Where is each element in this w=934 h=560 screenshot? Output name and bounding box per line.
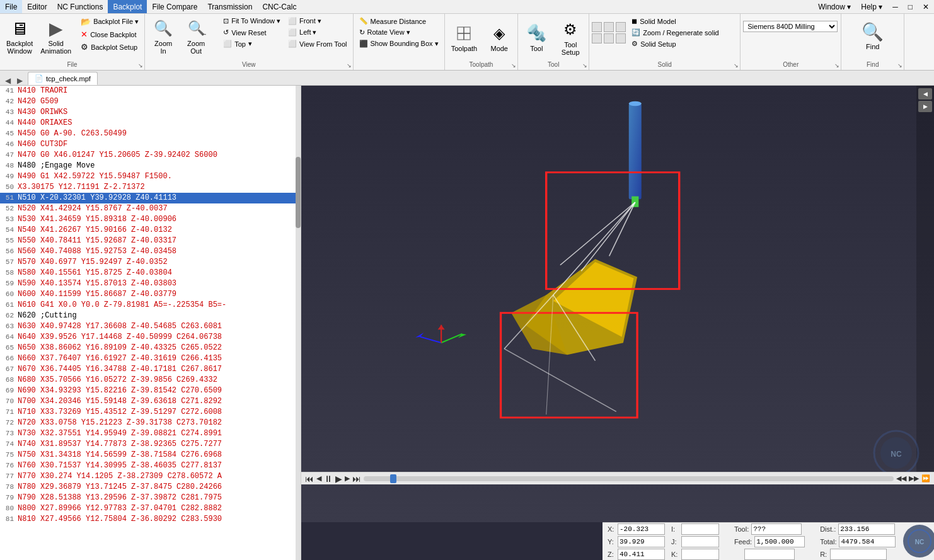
code-line-49[interactable]: 49N490 G1 X42.59722 Y15.59487 F1500.	[0, 171, 301, 182]
code-line-52[interactable]: 52N520 X41.42924 Y15.8767 Z-40.0037	[0, 203, 301, 214]
code-line-47[interactable]: 47N470 G0 X46.01247 Y15.20605 Z-39.92402…	[0, 150, 301, 161]
code-line-57[interactable]: 57N570 X40.6977 Y15.92497 Z-40.0352	[0, 257, 301, 268]
menu-item-window[interactable]: Window ▾	[813, 1, 856, 13]
backplot-window-button[interactable]: 🖥 BackplotWindow	[3, 16, 37, 57]
z-value[interactable]	[618, 549, 665, 560]
j-value[interactable]	[681, 536, 719, 547]
view-from-tool-button[interactable]: ⬜ View From Tool	[285, 38, 350, 49]
code-line-54[interactable]: 54N540 X41.26267 Y15.90166 Z-40.0132	[0, 225, 301, 236]
code-line-77[interactable]: 77N770 X30.274 Y14.1205 Z-38.27309 C278.…	[0, 471, 301, 482]
code-line-68[interactable]: 68N680 X35.70566 Y16.05272 Z-39.9856 C26…	[0, 375, 301, 386]
zoom-out-button[interactable]: 🔍- ZoomOut	[180, 16, 212, 57]
menu-item-file-compare[interactable]: File Compare	[147, 0, 202, 13]
rotate-view-button[interactable]: ↻ Rotate View ▾	[356, 27, 413, 38]
code-line-51[interactable]: 51N510 X-20.32301 Y39.92928 Z40.41113	[0, 193, 301, 203]
toolpath-button[interactable]: Toolpath	[447, 21, 481, 55]
code-line-79[interactable]: 79N790 X28.51388 Y13.29596 Z-37.39872 C2…	[0, 493, 301, 503]
code-line-63[interactable]: 63N630 X40.97428 Y17.36608 Z-40.54685 C2…	[0, 321, 301, 332]
code-line-76[interactable]: 76N760 X30.71537 Y14.30995 Z-38.46035 C2…	[0, 460, 301, 471]
left-button[interactable]: ⬜ Left ▾	[285, 27, 350, 38]
player-speed-btn[interactable]: ⏩	[921, 474, 930, 483]
solid-model-button[interactable]: ◼ Solid Model	[628, 16, 722, 26]
code-line-81[interactable]: 81N810 X27.49566 Y12.75804 Z-36.80292 C2…	[0, 514, 301, 525]
code-line-75[interactable]: 75N750 X31.34318 Y14.56599 Z-38.71584 C2…	[0, 450, 301, 460]
player-play[interactable]: ▶	[335, 474, 342, 484]
solid-btn-2[interactable]	[604, 22, 614, 32]
zoom-in-button[interactable]: 🔍 ZoomIn	[147, 16, 179, 57]
fit-to-window-button[interactable]: ⊡ Fit To Window ▾	[220, 16, 284, 26]
code-line-73[interactable]: 73N730 X32.37551 Y14.95949 Z-39.08821 C2…	[0, 428, 301, 439]
code-line-46[interactable]: 46N460 CUT3DF	[0, 139, 301, 150]
code-line-56[interactable]: 56N560 X40.74088 Y15.92753 Z-40.03458	[0, 246, 301, 257]
player-next[interactable]: ▶	[345, 474, 350, 483]
menu-item-maximize[interactable]: □	[903, 1, 918, 13]
menu-item-file[interactable]: File	[0, 0, 22, 13]
progress-thumb[interactable]	[390, 474, 396, 483]
menu-item-nc-functions[interactable]: NC Functions	[52, 0, 108, 13]
scrollbar-thumb[interactable]	[296, 157, 301, 228]
code-line-72[interactable]: 72N720 X33.0758 Y15.21223 Z-39.31738 C27…	[0, 418, 301, 428]
dist-value[interactable]	[838, 523, 895, 535]
code-line-69[interactable]: 69N690 X34.93293 Y15.82216 Z-39.81542 C2…	[0, 386, 301, 396]
solid-btn-1[interactable]	[592, 22, 602, 32]
code-line-62[interactable]: 62N620 ;Cutting	[0, 311, 301, 321]
player-step-fwd-btn[interactable]: ▶▶	[909, 474, 919, 483]
solid-setup-button[interactable]: ⚙ Solid Setup	[628, 38, 722, 49]
file-tab[interactable]: 📄 tcp_check.mpf	[28, 72, 98, 85]
tool-button[interactable]: 🔩 Tool	[521, 21, 552, 55]
k-value[interactable]	[681, 549, 719, 560]
code-area[interactable]: 41N410 TRAORI42N420 G50943N430 ORIWKS44N…	[0, 86, 301, 560]
code-line-44[interactable]: 44N440 ORIAXES	[0, 118, 301, 129]
player-prev[interactable]: ◀	[316, 474, 321, 483]
code-line-71[interactable]: 71N710 X33.73269 Y15.43512 Z-39.51297 C2…	[0, 407, 301, 418]
backplot-file-button[interactable]: 📂 Backplot File ▾	[78, 16, 142, 28]
blank-value[interactable]	[744, 549, 795, 560]
player-to-start[interactable]: ⏮	[305, 474, 314, 484]
x-value[interactable]	[618, 523, 665, 535]
tool-value[interactable]	[751, 523, 802, 535]
code-line-59[interactable]: 59N590 X40.13574 Y15.87013 Z-40.03803	[0, 278, 301, 289]
view-reset-button[interactable]: ↺ View Reset	[220, 27, 284, 38]
player-step-back-btn[interactable]: ◀◀	[896, 474, 906, 483]
nav-left-arrow[interactable]: ◀	[3, 76, 13, 85]
code-line-65[interactable]: 65N650 X38.86062 Y16.89109 Z-40.43325 C2…	[0, 343, 301, 353]
code-line-50[interactable]: 50X3.30175 Y12.71191 Z-2.71372	[0, 182, 301, 193]
code-line-60[interactable]: 60N600 X40.11599 Y15.86687 Z-40.03779	[0, 289, 301, 300]
front-button[interactable]: ⬜ Front ▾	[285, 16, 350, 26]
solid-btn-4[interactable]	[592, 33, 602, 43]
y-value[interactable]	[618, 536, 665, 547]
code-line-80[interactable]: 80N800 X27.89966 Y12.97783 Z-37.04701 C2…	[0, 503, 301, 514]
code-line-78[interactable]: 78N780 X29.36879 Y13.71245 Z-37.8475 C28…	[0, 482, 301, 493]
menu-item-transmission[interactable]: Transmission	[202, 0, 257, 13]
solid-btn-3[interactable]	[616, 22, 626, 32]
scrollbar-track[interactable]	[296, 86, 301, 560]
code-line-64[interactable]: 64N640 X39.9526 Y17.14468 Z-40.50999 C26…	[0, 332, 301, 343]
measure-distance-button[interactable]: 📏 Measure Distance	[356, 16, 430, 26]
code-line-43[interactable]: 43N430 ORIWKS	[0, 107, 301, 118]
solid-animation-button[interactable]: ▶ SolidAnimation	[37, 16, 75, 57]
rc-btn-1[interactable]: ◀	[918, 88, 932, 100]
total-value[interactable]	[839, 536, 896, 547]
code-line-45[interactable]: 45N450 G0 A-90. C263.50499	[0, 129, 301, 139]
code-line-48[interactable]: 48N480 ;Engage Move	[0, 161, 301, 171]
close-backplot-button[interactable]: ✕ Close Backplot	[78, 28, 142, 40]
solid-btn-5[interactable]	[604, 33, 614, 43]
code-line-61[interactable]: 61N610 G41 X0.0 Y0.0 Z-79.81981 A5=-.225…	[0, 300, 301, 311]
code-line-41[interactable]: 41N410 TRAORI	[0, 86, 301, 96]
code-line-74[interactable]: 74N740 X31.89537 Y14.77873 Z-38.92365 C2…	[0, 439, 301, 450]
feed-value[interactable]	[754, 536, 805, 547]
player-to-end[interactable]: ⏭	[352, 474, 361, 484]
mode-button[interactable]: ◈ Mode	[483, 21, 515, 55]
rc-btn-2[interactable]: ▶	[918, 101, 932, 112]
code-line-55[interactable]: 55N550 X40.78411 Y15.92687 Z-40.03317	[0, 236, 301, 246]
code-line-70[interactable]: 70N700 X34.20346 Y15.59148 Z-39.63618 C2…	[0, 396, 301, 407]
top-button[interactable]: ⬜ Top ▾	[220, 38, 284, 49]
menu-item-editor[interactable]: Editor	[22, 0, 52, 13]
menu-item-cnc-calc[interactable]: CNC-Calc	[257, 0, 301, 13]
find-button[interactable]: 🔍 Find	[857, 19, 889, 53]
machine-select[interactable]: Siemens 840D Milling	[743, 21, 838, 32]
menu-item-help[interactable]: Help ▾	[856, 1, 887, 13]
menu-item-minimize[interactable]: ─	[887, 1, 903, 13]
menu-item-backplot[interactable]: Backplot	[108, 0, 147, 13]
code-line-42[interactable]: 42N420 G509	[0, 96, 301, 107]
